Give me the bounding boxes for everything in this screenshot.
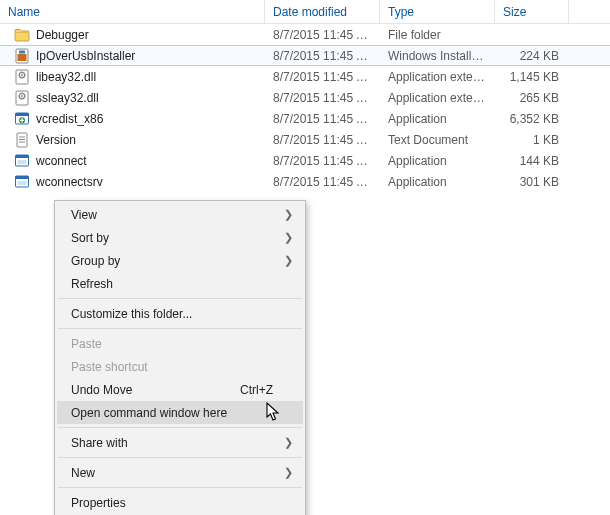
column-header-date[interactable]: Date modified: [265, 0, 380, 23]
menu-item-new[interactable]: New❯: [57, 461, 303, 484]
exe2-icon: [14, 111, 30, 127]
file-type: File folder: [380, 24, 495, 46]
menu-item-label: Open command window here: [71, 406, 227, 420]
file-name: Debugger: [36, 28, 89, 42]
file-name: IpOverUsbInstaller: [36, 49, 135, 63]
file-row[interactable]: wconnectsrv8/7/2015 11:45 AMApplication3…: [0, 171, 610, 192]
dll-icon: [14, 69, 30, 85]
column-header-type[interactable]: Type: [380, 0, 495, 23]
menu-item-view[interactable]: View❯: [57, 203, 303, 226]
folder-icon: [14, 27, 30, 43]
file-row[interactable]: libeay32.dll8/7/2015 11:45 AMApplication…: [0, 66, 610, 87]
menu-item-label: Refresh: [71, 277, 113, 291]
menu-item-label: New: [71, 466, 95, 480]
menu-item-properties[interactable]: Properties: [57, 491, 303, 514]
menu-item-share-with[interactable]: Share with❯: [57, 431, 303, 454]
file-date: 8/7/2015 11:45 AM: [265, 150, 380, 172]
menu-separator: [58, 457, 302, 458]
file-row[interactable]: Debugger8/7/2015 11:45 AMFile folder: [0, 24, 610, 45]
menu-item-label: Paste shortcut: [71, 360, 148, 374]
menu-separator: [58, 487, 302, 488]
chevron-right-icon: ❯: [284, 466, 293, 479]
column-header-row: Name Date modified Type Size: [0, 0, 610, 24]
file-name: wconnectsrv: [36, 175, 103, 189]
file-type: Windows Installer ...: [380, 45, 495, 67]
menu-item-label: Share with: [71, 436, 128, 450]
file-name: vcredist_x86: [36, 112, 103, 126]
menu-item-group-by[interactable]: Group by❯: [57, 249, 303, 272]
chevron-right-icon: ❯: [284, 254, 293, 267]
file-size: 224 KB: [495, 45, 569, 67]
menu-item-refresh[interactable]: Refresh: [57, 272, 303, 295]
file-date: 8/7/2015 11:45 AM: [265, 108, 380, 130]
file-size: 265 KB: [495, 87, 569, 109]
context-menu: View❯Sort by❯Group by❯RefreshCustomize t…: [54, 200, 306, 515]
menu-item-label: Undo Move: [71, 383, 132, 397]
file-row[interactable]: IpOverUsbInstaller8/7/2015 11:45 AMWindo…: [0, 45, 610, 66]
menu-item-label: Properties: [71, 496, 126, 510]
txt-icon: [14, 132, 30, 148]
dll-icon: [14, 90, 30, 106]
file-date: 8/7/2015 11:45 AM: [265, 66, 380, 88]
exe-icon: [14, 153, 30, 169]
menu-item-customize-this-folder[interactable]: Customize this folder...: [57, 302, 303, 325]
menu-separator: [58, 328, 302, 329]
chevron-right-icon: ❯: [284, 231, 293, 244]
file-date: 8/7/2015 11:45 AM: [265, 87, 380, 109]
file-type: Application: [380, 171, 495, 193]
menu-item-label: Paste: [71, 337, 102, 351]
file-name: wconnect: [36, 154, 87, 168]
menu-item-undo-move[interactable]: Undo MoveCtrl+Z: [57, 378, 303, 401]
file-type: Application: [380, 150, 495, 172]
file-date: 8/7/2015 11:45 AM: [265, 171, 380, 193]
file-date: 8/7/2015 11:45 AM: [265, 45, 380, 67]
menu-item-label: Customize this folder...: [71, 307, 192, 321]
file-row[interactable]: ssleay32.dll8/7/2015 11:45 AMApplication…: [0, 87, 610, 108]
file-type: Application extens...: [380, 66, 495, 88]
msi-icon: [14, 48, 30, 64]
menu-item-paste-shortcut: Paste shortcut: [57, 355, 303, 378]
file-size: 144 KB: [495, 150, 569, 172]
file-type: Text Document: [380, 129, 495, 151]
file-name: libeay32.dll: [36, 70, 96, 84]
menu-item-label: Group by: [71, 254, 120, 268]
menu-separator: [58, 298, 302, 299]
file-date: 8/7/2015 11:45 AM: [265, 129, 380, 151]
file-date: 8/7/2015 11:45 AM: [265, 24, 380, 46]
menu-shortcut: Ctrl+Z: [240, 383, 273, 397]
file-name: ssleay32.dll: [36, 91, 99, 105]
file-type: Application extens...: [380, 87, 495, 109]
menu-item-sort-by[interactable]: Sort by❯: [57, 226, 303, 249]
menu-item-open-command-window-here[interactable]: Open command window here: [57, 401, 303, 424]
file-size: 1,145 KB: [495, 66, 569, 88]
chevron-right-icon: ❯: [284, 208, 293, 221]
chevron-right-icon: ❯: [284, 436, 293, 449]
menu-item-paste: Paste: [57, 332, 303, 355]
file-type: Application: [380, 108, 495, 130]
menu-separator: [58, 427, 302, 428]
file-row[interactable]: wconnect8/7/2015 11:45 AMApplication144 …: [0, 150, 610, 171]
file-size: [495, 31, 569, 39]
file-row[interactable]: vcredist_x868/7/2015 11:45 AMApplication…: [0, 108, 610, 129]
file-row[interactable]: Version8/7/2015 11:45 AMText Document1 K…: [0, 129, 610, 150]
column-header-size[interactable]: Size: [495, 0, 569, 23]
menu-item-label: Sort by: [71, 231, 109, 245]
file-size: 1 KB: [495, 129, 569, 151]
file-size: 6,352 KB: [495, 108, 569, 130]
menu-item-label: View: [71, 208, 97, 222]
file-size: 301 KB: [495, 171, 569, 193]
file-list: Debugger8/7/2015 11:45 AMFile folderIpOv…: [0, 24, 610, 192]
exe-icon: [14, 174, 30, 190]
file-name: Version: [36, 133, 76, 147]
column-header-name[interactable]: Name: [0, 0, 265, 23]
